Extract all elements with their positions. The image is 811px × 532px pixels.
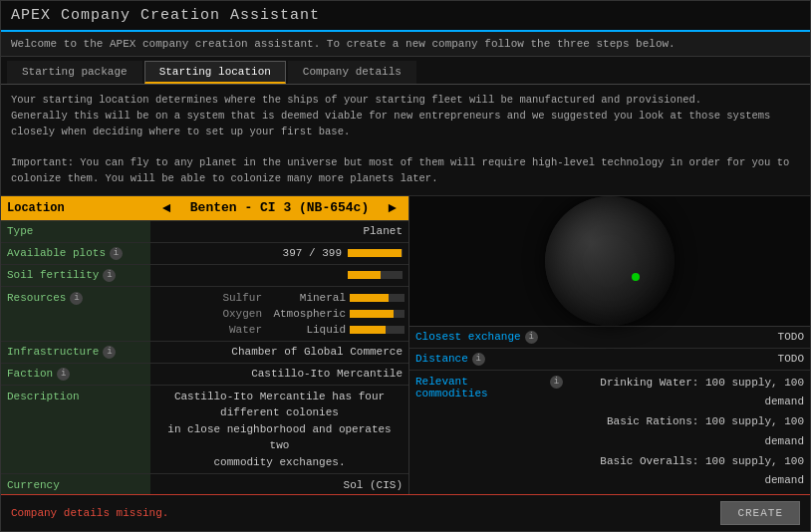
faction-row: Faction i Castillo-Ito Mercantile xyxy=(1,364,408,386)
planet-view xyxy=(409,196,810,327)
location-header: Location ◄ Benten - CI 3 (NB-654c) ► xyxy=(1,196,408,221)
resources-label: Resources i xyxy=(1,287,150,341)
left-panel: Location ◄ Benten - CI 3 (NB-654c) ► Typ… xyxy=(1,196,409,495)
tab-starting-location[interactable]: Starting location xyxy=(144,61,286,84)
plots-bar xyxy=(348,249,403,257)
faction-label: Faction i xyxy=(1,364,150,385)
soil-bar xyxy=(348,271,403,279)
planet-sphere xyxy=(545,196,675,326)
plots-value: 397 / 399 xyxy=(150,243,408,264)
footer: Company details missing. CREATE xyxy=(1,494,810,531)
desc-line2: Generally this will be on a system that … xyxy=(11,109,800,140)
description-label: Description xyxy=(1,386,150,474)
plots-info-icon[interactable]: i xyxy=(110,247,123,260)
type-label: Type xyxy=(1,221,150,242)
closest-exchange-row: Closest exchange i TODO xyxy=(409,327,810,349)
resource-oxygen-bar xyxy=(350,310,405,318)
resource-sulfur-row: Sulfur Mineral xyxy=(154,290,405,306)
window-title: APEX Company Creation Assistant xyxy=(11,7,320,24)
commodities-value: Drinking Water: 100 supply, 100 demand B… xyxy=(569,371,810,495)
plots-bar-fill xyxy=(348,249,402,257)
currency-row: Currency Sol (CIS) xyxy=(1,474,408,494)
tab-bar: Starting package Starting location Compa… xyxy=(1,57,810,85)
commodity-1: Drinking Water: 100 supply, 100 demand xyxy=(575,374,804,413)
resource-oxygen-name: Oxygen xyxy=(217,308,262,320)
location-label: Location xyxy=(7,201,156,215)
resources-info-icon[interactable]: i xyxy=(70,292,83,305)
type-value: Planet xyxy=(150,221,408,242)
faction-value: Castillo-Ito Mercantile xyxy=(150,364,408,385)
resource-sulfur-fill xyxy=(350,294,389,302)
resource-sulfur-type: Mineral xyxy=(266,292,346,304)
resource-sulfur-bar xyxy=(350,294,405,302)
resources-content: Sulfur Mineral Oxygen Atmospheric xyxy=(150,287,408,341)
infra-info-icon[interactable]: i xyxy=(103,346,116,359)
distance-label: Distance i xyxy=(409,350,569,369)
distance-info-icon[interactable]: i xyxy=(472,353,485,366)
commodity-2: Basic Rations: 100 supply, 100 demand xyxy=(575,412,804,452)
welcome-text: Welcome to the APEX company creation ass… xyxy=(1,32,810,57)
resource-oxygen-row: Oxygen Atmospheric xyxy=(154,306,405,322)
next-location-button[interactable]: ► xyxy=(383,200,403,216)
description-block: Your starting location determines where … xyxy=(1,85,810,196)
create-button[interactable]: CREATE xyxy=(720,501,800,525)
resource-sulfur-name: Sulfur xyxy=(217,292,262,304)
commodities-label: Relevant commodities i xyxy=(409,371,569,495)
faction-info-icon[interactable]: i xyxy=(57,368,70,381)
infra-value: Chamber of Global Commerce xyxy=(150,342,408,363)
error-message: Company details missing. xyxy=(11,507,168,519)
resource-water-bar xyxy=(350,326,405,334)
soil-info-icon[interactable]: i xyxy=(103,269,116,282)
closest-exchange-value: TODO xyxy=(569,328,810,346)
resource-water-row: Water Liquid xyxy=(154,322,405,338)
infra-row: Infrastructure i Chamber of Global Comme… xyxy=(1,342,408,364)
soil-bar-fill xyxy=(348,271,381,279)
commodity-3: Basic Overalls: 100 supply, 100 demand xyxy=(575,452,804,492)
description-value: Castillo-Ito Mercantile has four differe… xyxy=(150,386,408,474)
tab-starting-package[interactable]: Starting package xyxy=(7,61,142,84)
desc-line1: Your starting location determines where … xyxy=(11,93,800,109)
soil-row: Soil fertility i xyxy=(1,265,408,287)
plots-label: Available plots i xyxy=(1,243,150,264)
prev-location-button[interactable]: ◄ xyxy=(156,200,176,216)
resource-water-fill xyxy=(350,326,386,334)
type-row: Type Planet xyxy=(1,221,408,243)
desc-row: Description Castillo-Ito Mercantile has … xyxy=(1,386,408,475)
tab-company-details[interactable]: Company details xyxy=(288,61,416,84)
title-bar: APEX Company Creation Assistant xyxy=(1,1,810,32)
distance-value: TODO xyxy=(569,350,810,368)
closest-exchange-info-icon[interactable]: i xyxy=(525,331,538,344)
location-name: Benten - CI 3 (NB-654c) xyxy=(190,200,369,215)
distance-row: Distance i TODO xyxy=(409,349,810,371)
commodities-row: Relevant commodities i Drinking Water: 1… xyxy=(409,371,810,495)
soil-value xyxy=(150,265,408,286)
resource-water-name: Water xyxy=(217,324,262,336)
plots-row: Available plots i 397 / 399 xyxy=(1,243,408,265)
resource-oxygen-type: Atmospheric xyxy=(266,308,346,320)
infra-label: Infrastructure i xyxy=(1,342,150,363)
planet-dot xyxy=(632,273,640,281)
currency-value: Sol (CIS) xyxy=(150,474,408,494)
resource-oxygen-fill xyxy=(350,310,394,318)
resource-water-type: Liquid xyxy=(266,324,346,336)
exchange-panel: Closest exchange i TODO Distance i TODO … xyxy=(409,327,810,495)
main-content: Location ◄ Benten - CI 3 (NB-654c) ► Typ… xyxy=(1,196,810,495)
right-panel: Closest exchange i TODO Distance i TODO … xyxy=(409,196,810,495)
main-window: APEX Company Creation Assistant Welcome … xyxy=(0,0,811,532)
desc-line3: Important: You can fly to any planet in … xyxy=(11,155,800,187)
resources-block: Resources i Sulfur Mineral Oxygen Atmosp… xyxy=(1,287,408,342)
location-nav: ◄ Benten - CI 3 (NB-654c) ► xyxy=(156,200,403,216)
commodities-info-icon[interactable]: i xyxy=(550,376,563,389)
currency-label: Currency xyxy=(1,474,150,494)
closest-exchange-label: Closest exchange i xyxy=(409,328,569,347)
soil-label: Soil fertility i xyxy=(1,265,150,286)
